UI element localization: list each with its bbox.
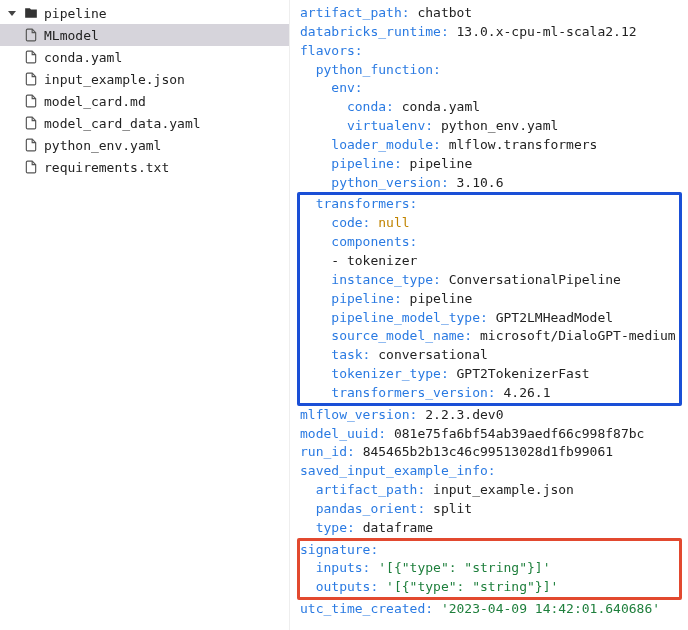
file-icon	[24, 138, 38, 152]
tree-file-label: model_card_data.yaml	[44, 116, 201, 131]
tree-file-label: model_card.md	[44, 94, 146, 109]
file-icon	[24, 72, 38, 86]
file-icon	[24, 94, 38, 108]
tree-file-label: requirements.txt	[44, 160, 169, 175]
file-icon	[24, 50, 38, 64]
highlight-box-transformers: transformers: code: null components: - t…	[297, 192, 682, 405]
tree-file-python-env-yaml[interactable]: python_env.yaml	[0, 134, 289, 156]
file-icon	[24, 116, 38, 130]
tree-file-mlmodel[interactable]: MLmodel	[0, 24, 289, 46]
file-icon	[24, 160, 38, 174]
file-icon	[24, 28, 38, 42]
tree-file-model-card-md[interactable]: model_card.md	[0, 90, 289, 112]
file-content-pane: artifact_path: chatbot databricks_runtim…	[290, 0, 688, 630]
folder-icon	[24, 6, 38, 20]
tree-folder-pipeline[interactable]: pipeline	[0, 2, 289, 24]
caret-down-icon	[8, 11, 16, 16]
tree-folder-label: pipeline	[44, 6, 107, 21]
tree-file-model-card-data-yaml[interactable]: model_card_data.yaml	[0, 112, 289, 134]
highlight-box-signature: signature: inputs: '[{"type": "string"}]…	[297, 538, 682, 601]
tree-file-input-example-json[interactable]: input_example.json	[0, 68, 289, 90]
tree-file-label: conda.yaml	[44, 50, 122, 65]
tree-file-conda-yaml[interactable]: conda.yaml	[0, 46, 289, 68]
file-tree-sidebar: pipeline MLmodelconda.yamlinput_example.…	[0, 0, 290, 630]
tree-file-label: python_env.yaml	[44, 138, 161, 153]
tree-file-label: MLmodel	[44, 28, 99, 43]
tree-file-label: input_example.json	[44, 72, 185, 87]
tree-file-requirements-txt[interactable]: requirements.txt	[0, 156, 289, 178]
